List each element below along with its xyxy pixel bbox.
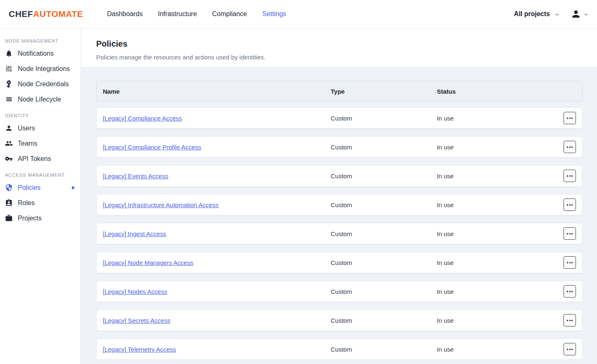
sidebar-item-teams[interactable]: Teams [0, 136, 81, 151]
policy-link[interactable]: [Legacy] Events Access [103, 173, 168, 180]
sidebar-item-node-credentials[interactable]: Node Credentials [0, 76, 81, 92]
policy-name-cell: [Legacy] Compliance Access [103, 115, 331, 122]
policy-type-cell: Custom [331, 115, 437, 122]
nav-item-settings[interactable]: Settings [262, 10, 286, 18]
sidebar-item-projects[interactable]: Projects [0, 210, 81, 226]
row-menu-button[interactable] [564, 256, 576, 269]
table-row: [Legacy] Events AccessCustomIn use [96, 165, 583, 187]
policy-type-cell: Custom [331, 346, 437, 353]
policy-status-cell: In use [437, 317, 582, 324]
policy-type-cell: Custom [331, 317, 437, 324]
row-menu-button[interactable] [564, 285, 576, 298]
policy-link[interactable]: [Legacy] Secrets Access [103, 317, 170, 324]
nav-item-dashboards[interactable]: Dashboards [107, 10, 142, 18]
policy-link[interactable]: [Legacy] Ingest Access [103, 230, 166, 237]
policy-type-cell: Custom [331, 288, 437, 295]
policy-status-cell: In use [437, 230, 582, 237]
policy-link[interactable]: [Legacy] Compliance Profile Access [103, 144, 201, 151]
page-title: Policies [96, 39, 582, 49]
table-row: [Legacy] Node Managers AccessCustomIn us… [96, 252, 583, 273]
row-menu-button[interactable] [564, 141, 576, 153]
policy-status-cell: In use [437, 346, 582, 353]
policy-status-cell: In use [437, 173, 582, 180]
sidebar-section-heading-node-management: NODE MANAGEMENT [5, 38, 76, 43]
badge-icon [5, 199, 13, 207]
sidebar-item-label: API Tokens [18, 155, 51, 163]
chevron-down-icon [583, 12, 589, 17]
projects-filter-label: All projects [514, 10, 550, 18]
sidebar-item-label: Node Credentials [18, 80, 69, 88]
policy-type-cell: Custom [331, 230, 437, 237]
policy-status-cell: In use [437, 201, 582, 208]
policy-name-cell: [Legacy] Infrastructure Automation Acces… [103, 201, 331, 208]
chevron-down-icon [554, 12, 560, 17]
page-header: Policies Policies manage the resources a… [81, 28, 597, 67]
table-body: [Legacy] Compliance AccessCustomIn use[L… [96, 107, 583, 360]
sidebar: NODE MANAGEMENTNotificationsNode Integra… [0, 28, 81, 364]
ellipsis-icon [567, 175, 568, 177]
policy-link[interactable]: [Legacy] Compliance Access [103, 115, 182, 122]
ellipsis-icon [567, 320, 568, 321]
policy-name-cell: [Legacy] Compliance Profile Access [103, 144, 331, 151]
policy-status-cell: In use [437, 115, 582, 122]
sidebar-item-api-tokens[interactable]: API Tokens [0, 151, 81, 166]
page-description: Policies manage the resources and action… [96, 54, 582, 61]
user-menu-dropdown[interactable] [571, 9, 589, 19]
shield-icon [5, 184, 13, 191]
row-menu-button[interactable] [564, 170, 576, 182]
sidebar-item-label: Teams [18, 140, 37, 147]
table-header-row: NameTypeStatus [96, 81, 583, 102]
table-row: [Legacy] Compliance Profile AccessCustom… [96, 136, 583, 158]
column-header-type: Type [331, 88, 437, 95]
ellipsis-icon [567, 233, 568, 234]
row-menu-button[interactable] [564, 227, 576, 240]
sidebar-item-label: Policies [18, 184, 40, 191]
sidebar-item-notifications[interactable]: Notifications [0, 46, 81, 61]
top-nav: DashboardsInfrastructureComplianceSettin… [107, 10, 286, 18]
table-row: [Legacy] Compliance AccessCustomIn use [96, 107, 583, 129]
projects-filter-dropdown[interactable]: All projects [514, 10, 560, 18]
sidebar-item-users[interactable]: Users [0, 121, 81, 136]
policy-link[interactable]: [Legacy] Nodes Access [103, 288, 167, 295]
policy-status-cell: In use [437, 259, 582, 266]
key-vertical-icon [5, 80, 13, 88]
table-row: [Legacy] Secrets AccessCustomIn use [96, 310, 583, 331]
policy-status-cell: In use [437, 144, 582, 151]
sidebar-section-heading-identity: IDENTITY [5, 113, 76, 118]
policy-link[interactable]: [Legacy] Infrastructure Automation Acces… [103, 201, 218, 208]
main-layout: NODE MANAGEMENTNotificationsNode Integra… [0, 28, 597, 364]
content-area: Policies Policies manage the resources a… [81, 28, 597, 364]
chef-automate-logo[interactable]: CHEFAUTOMATE [9, 9, 83, 19]
key-icon [5, 155, 13, 163]
top-nav-bar: CHEFAUTOMATE DashboardsInfrastructureCom… [0, 0, 597, 28]
sidebar-item-label: Users [18, 125, 35, 132]
sidebar-item-node-integrations[interactable]: Node Integrations [0, 61, 81, 76]
nav-item-infrastructure[interactable]: Infrastructure [158, 10, 197, 18]
bell-icon [5, 50, 13, 57]
person-icon [5, 124, 13, 132]
row-menu-button[interactable] [564, 112, 576, 124]
row-menu-button[interactable] [564, 199, 576, 211]
row-menu-button[interactable] [564, 314, 576, 326]
sidebar-item-label: Projects [18, 215, 42, 222]
sidebar-item-label: Node Lifecycle [18, 96, 61, 103]
sidebar-item-policies[interactable]: Policies [0, 180, 81, 195]
column-header-status: Status [437, 88, 582, 95]
sidebar-item-roles[interactable]: Roles [0, 195, 81, 210]
briefcase-icon [5, 214, 13, 222]
policy-type-cell: Custom [331, 259, 437, 266]
table-row: [Legacy] Infrastructure Automation Acces… [96, 194, 583, 215]
row-menu-button[interactable] [564, 343, 576, 355]
ellipsis-icon [567, 291, 568, 292]
column-header-name: Name [103, 88, 331, 95]
sidebar-section-heading-access-management: ACCESS MANAGEMENT [5, 173, 76, 177]
table-row: [Legacy] Telemetry AccessCustomIn use [96, 338, 583, 360]
sidebar-item-node-lifecycle[interactable]: Node Lifecycle [0, 92, 81, 107]
policy-name-cell: [Legacy] Ingest Access [103, 230, 331, 237]
policy-link[interactable]: [Legacy] Telemetry Access [103, 346, 176, 353]
nav-item-compliance[interactable]: Compliance [212, 10, 247, 18]
logo-automate-text: AUTOMATE [33, 9, 83, 19]
policy-link[interactable]: [Legacy] Node Managers Access [103, 259, 193, 266]
table-row: [Legacy] Nodes AccessCustomIn use [96, 281, 583, 302]
ellipsis-icon [567, 262, 568, 263]
